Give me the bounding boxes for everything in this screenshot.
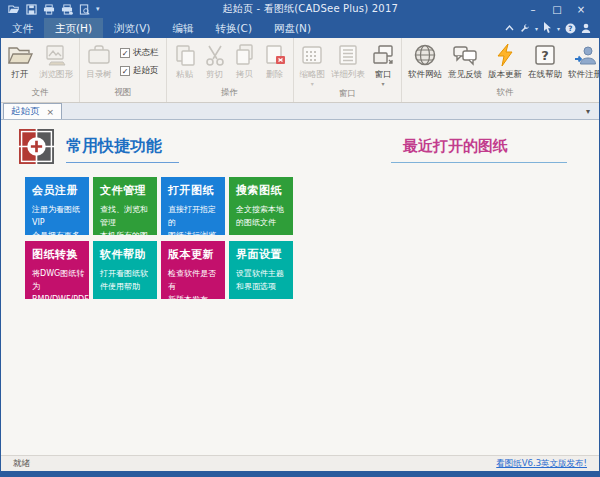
checkbox-status-bar[interactable]: ✓ 状态栏	[120, 47, 159, 59]
tab-list-dropdown-icon[interactable]: ▾	[586, 107, 599, 119]
announcement-link[interactable]: 看图纸V6.3英文版发布!	[496, 458, 587, 470]
menu-tab-home[interactable]: 主页(H)	[44, 18, 103, 38]
directory-tree-icon	[86, 42, 112, 68]
wrench-icon[interactable]	[519, 23, 530, 34]
left-heading-underline	[66, 162, 179, 163]
menu-tab-convert[interactable]: 转换(C)	[204, 18, 263, 38]
menu-tab-edit[interactable]: 编辑	[161, 18, 204, 38]
titlebar: ▾ 起始页 - 看图纸(CADSee Plus) 2017 – □ ×	[1, 0, 599, 18]
ribbon-button-directory-tree: 目录树	[83, 39, 115, 81]
ribbon-button-online-help[interactable]: ? 在线帮助	[525, 39, 565, 81]
ribbon-group-label-view: 视图	[83, 86, 163, 102]
svg-text:?: ?	[568, 24, 572, 33]
detail-list-icon	[336, 42, 360, 68]
ribbon-group-label-file: 文件	[4, 86, 76, 102]
ribbon: 打开 浏览图形 文件 目录树 ✓ 状态栏	[1, 38, 599, 103]
ribbon-group-label-window: 窗口	[297, 87, 399, 103]
open-folder-icon	[7, 42, 33, 68]
ribbon-button-update[interactable]: 版本更新	[485, 39, 525, 81]
quick-access-toolbar: ▾	[1, 4, 100, 15]
document-tab-bar: 起始页 × ▾	[1, 103, 599, 120]
checkbox-start-page[interactable]: ✓ 起始页	[120, 65, 159, 77]
status-text: 就绪	[13, 458, 30, 470]
quick-print-icon[interactable]	[61, 4, 73, 15]
cursor-dropdown-icon[interactable]: ▾	[557, 25, 560, 32]
window-controls: – □ ×	[521, 4, 599, 15]
tile-drawing-convert[interactable]: 图纸转换 将DWG图纸转为 BMP/DWF/PDF	[25, 241, 89, 299]
globe-icon	[413, 42, 437, 68]
ribbon-button-register[interactable]: 软件注册	[565, 39, 600, 81]
ribbon-button-window[interactable]: 窗口 ▾	[368, 39, 398, 87]
cut-icon	[203, 42, 227, 68]
tab-close-icon[interactable]: ×	[47, 107, 55, 117]
minimize-button[interactable]: –	[521, 4, 545, 15]
checkbox-checked-icon: ✓	[120, 66, 130, 76]
ribbon-button-delete: 删除	[260, 39, 290, 81]
browse-graphics-icon	[43, 42, 69, 68]
ribbon-button-paste: 粘贴	[170, 39, 200, 81]
recent-drawings-heading: 最近打开的图纸	[403, 137, 508, 156]
lightning-icon	[495, 42, 515, 68]
ribbon-tab-bar: 文件 主页(H) 浏览(V) 编辑 转换(C) 网盘(N) ▾ ▾ ?	[1, 18, 599, 38]
save-icon[interactable]	[26, 4, 37, 15]
ribbon-button-copy: 拷贝	[230, 39, 260, 81]
start-page: 常用快捷功能 最近打开的图纸 会员注册 注册为看图纸VIP 会员拥有更多功能 文…	[1, 120, 599, 455]
window-title: 起始页 - 看图纸(CADSee Plus) 2017	[100, 2, 521, 16]
ribbon-button-browse-graphics: 浏览图形	[36, 39, 76, 81]
menu-tab-browse[interactable]: 浏览(V)	[103, 18, 161, 38]
checkbox-checked-icon: ✓	[120, 48, 130, 58]
ribbon-button-open[interactable]: 打开	[4, 39, 36, 81]
ribbon-button-thumbnail: 缩略图 ▾	[297, 39, 329, 87]
ribbon-button-website[interactable]: 软件网站	[405, 39, 445, 81]
ribbon-group-label-software: 软件	[405, 86, 600, 102]
wrench-dropdown-icon[interactable]: ▾	[535, 25, 538, 32]
close-button[interactable]: ×	[569, 4, 593, 15]
help-box-icon: ?	[533, 42, 557, 68]
app-logo	[18, 128, 55, 169]
tile-search-drawing[interactable]: 搜索图纸 全文搜索本地 的图纸文件	[229, 177, 293, 235]
ribbon-group-file: 打开 浏览图形 文件	[1, 38, 80, 102]
view-checkboxes: ✓ 状态栏 ✓ 起始页	[115, 39, 163, 77]
delete-icon	[263, 42, 287, 68]
menu-tab-file[interactable]: 文件	[1, 18, 44, 38]
ribbon-group-window: 缩略图 ▾ 详细列表 窗口 ▾ 窗口	[294, 38, 403, 102]
tile-open-drawing[interactable]: 打开图纸 直接打开指定的 图纸进行浏览	[161, 177, 225, 235]
print-icon[interactable]	[43, 4, 55, 15]
user-icon[interactable]	[581, 23, 591, 34]
help-circle-icon[interactable]: ?	[565, 23, 576, 34]
ribbon-button-cut: 剪切	[200, 39, 230, 81]
register-user-icon	[573, 42, 597, 68]
paste-icon	[173, 42, 197, 68]
ribbon-group-view: 目录树 ✓ 状态栏 ✓ 起始页 视图	[80, 38, 167, 102]
maximize-button[interactable]: □	[545, 4, 569, 15]
copy-icon	[233, 42, 257, 68]
tile-member-register[interactable]: 会员注册 注册为看图纸VIP 会员拥有更多功能	[25, 177, 89, 235]
menubar-tools: ▾ ▾ ?	[505, 18, 599, 38]
ribbon-button-feedback[interactable]: 意见反馈	[445, 39, 485, 81]
tab-start-page[interactable]: 起始页 ×	[3, 103, 62, 119]
tile-file-manage[interactable]: 文件管理 查找、浏览和管理 本机所有的图纸	[93, 177, 157, 235]
ribbon-group-label-operations: 操作	[170, 86, 290, 102]
svg-text:?: ?	[541, 48, 549, 63]
ribbon-button-detail-list: 详细列表	[328, 39, 368, 81]
open-icon[interactable]	[8, 4, 20, 15]
tile-version-update[interactable]: 版本更新 检查软件是否有 新版本发布	[161, 241, 225, 299]
ribbon-group-operations: 粘贴 剪切 拷贝 删除 操作	[167, 38, 294, 102]
quick-function-tiles: 会员注册 注册为看图纸VIP 会员拥有更多功能 文件管理 查找、浏览和管理 本机…	[25, 177, 293, 299]
tile-ui-settings[interactable]: 界面设置 设置软件主题 和界面选项	[229, 241, 293, 299]
quick-functions-heading: 常用快捷功能	[66, 136, 162, 157]
window-bottom-border	[1, 471, 599, 477]
cursor-icon[interactable]	[543, 22, 552, 34]
menu-tab-netdisk[interactable]: 网盘(N)	[263, 18, 322, 38]
feedback-bubbles-icon	[452, 42, 478, 68]
app-window: ▾ 起始页 - 看图纸(CADSee Plus) 2017 – □ × 文件 主…	[0, 0, 600, 477]
status-bar: 就绪 看图纸V6.3英文版发布!	[1, 455, 599, 471]
window-cascade-icon	[371, 42, 395, 68]
tile-software-help[interactable]: 软件帮助 打开看图纸软 件使用帮助	[93, 241, 157, 299]
print-preview-icon[interactable]	[79, 4, 90, 15]
ribbon-group-software: 软件网站 意见反馈 版本更新 ? 在线帮助 软件注册	[402, 38, 600, 102]
right-heading-underline	[391, 162, 567, 163]
thumbnail-icon	[300, 42, 324, 68]
chevron-up-icon[interactable]	[505, 25, 514, 31]
